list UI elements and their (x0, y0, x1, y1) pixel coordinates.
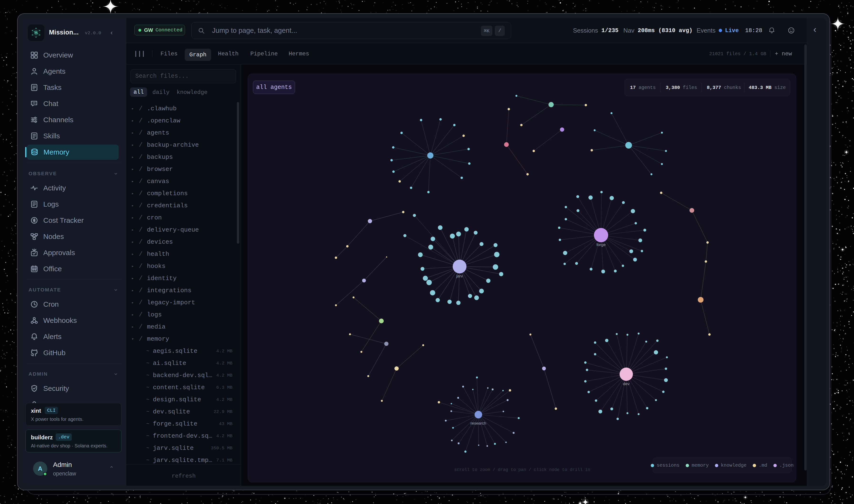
svg-text:dev: dev (623, 382, 630, 386)
svg-text:forge: forge (597, 242, 606, 247)
svg-text:jarv: jarv (456, 274, 463, 278)
svg-text:research: research (471, 421, 486, 426)
